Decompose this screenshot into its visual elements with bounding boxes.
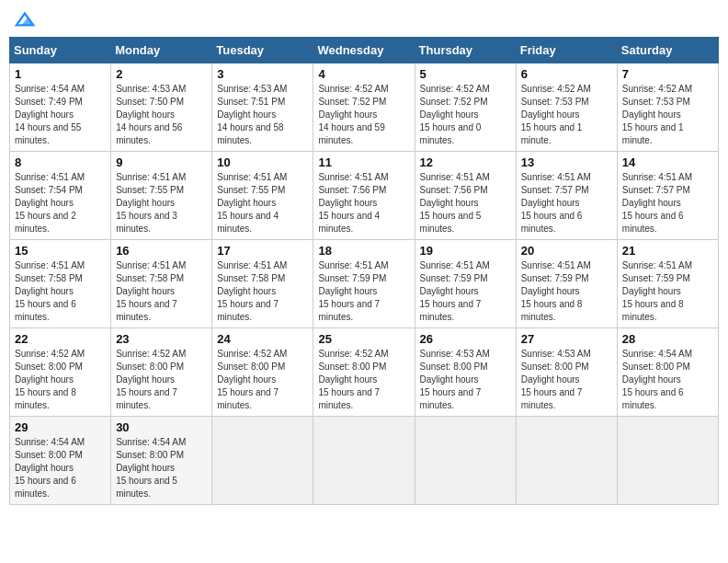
- day-number: 2: [116, 67, 207, 81]
- day-info: Sunrise: 4:52 AMSunset: 7:53 PMDaylight …: [622, 84, 692, 145]
- calendar-day-cell: 4 Sunrise: 4:52 AMSunset: 7:52 PMDayligh…: [313, 63, 415, 152]
- calendar-table: SundayMondayTuesdayWednesdayThursdayFrid…: [9, 37, 719, 505]
- calendar-day-cell: 28 Sunrise: 4:54 AMSunset: 8:00 PMDaylig…: [617, 328, 718, 417]
- calendar-day-cell: 25 Sunrise: 4:52 AMSunset: 8:00 PMDaylig…: [313, 328, 415, 417]
- day-number: 27: [521, 332, 612, 346]
- day-info: Sunrise: 4:51 AMSunset: 7:57 PMDaylight …: [622, 172, 692, 234]
- day-info: Sunrise: 4:51 AMSunset: 7:56 PMDaylight …: [318, 172, 388, 234]
- day-number: 13: [521, 155, 612, 169]
- weekday-header-friday: Friday: [516, 38, 617, 63]
- day-info: Sunrise: 4:53 AMSunset: 8:00 PMDaylight …: [420, 349, 490, 410]
- day-number: 30: [116, 420, 207, 434]
- calendar-week-row: 8 Sunrise: 4:51 AMSunset: 7:54 PMDayligh…: [10, 152, 719, 240]
- calendar-day-cell: [617, 417, 718, 505]
- day-info: Sunrise: 4:51 AMSunset: 7:59 PMDaylight …: [420, 260, 490, 322]
- calendar-day-cell: 3 Sunrise: 4:53 AMSunset: 7:51 PMDayligh…: [212, 63, 313, 152]
- day-number: 4: [318, 67, 409, 81]
- day-number: 18: [318, 244, 409, 258]
- calendar-day-cell: 6 Sunrise: 4:52 AMSunset: 7:53 PMDayligh…: [516, 63, 617, 152]
- page-header: [9, 9, 719, 29]
- calendar-day-cell: [516, 417, 617, 505]
- calendar-day-cell: 7 Sunrise: 4:52 AMSunset: 7:53 PMDayligh…: [617, 63, 718, 152]
- day-number: 10: [217, 155, 308, 169]
- day-number: 11: [318, 155, 409, 169]
- day-info: Sunrise: 4:53 AMSunset: 7:51 PMDaylight …: [217, 84, 287, 145]
- calendar-day-cell: 24 Sunrise: 4:52 AMSunset: 8:00 PMDaylig…: [212, 328, 313, 417]
- day-info: Sunrise: 4:52 AMSunset: 8:00 PMDaylight …: [15, 349, 85, 410]
- day-number: 6: [521, 67, 612, 81]
- day-number: 8: [15, 155, 106, 169]
- calendar-day-cell: 27 Sunrise: 4:53 AMSunset: 8:00 PMDaylig…: [516, 328, 617, 417]
- day-number: 19: [420, 244, 511, 258]
- day-info: Sunrise: 4:53 AMSunset: 7:50 PMDaylight …: [116, 84, 186, 145]
- calendar-day-cell: 19 Sunrise: 4:51 AMSunset: 7:59 PMDaylig…: [415, 240, 516, 328]
- day-info: Sunrise: 4:52 AMSunset: 7:52 PMDaylight …: [318, 84, 388, 145]
- calendar-day-cell: 29 Sunrise: 4:54 AMSunset: 8:00 PMDaylig…: [10, 417, 111, 505]
- calendar-day-cell: 2 Sunrise: 4:53 AMSunset: 7:50 PMDayligh…: [111, 63, 212, 152]
- day-info: Sunrise: 4:51 AMSunset: 7:57 PMDaylight …: [521, 172, 591, 234]
- day-info: Sunrise: 4:52 AMSunset: 7:52 PMDaylight …: [420, 84, 490, 145]
- weekday-header-saturday: Saturday: [617, 38, 718, 63]
- day-number: 17: [217, 244, 308, 258]
- day-number: 23: [116, 332, 207, 346]
- calendar-week-row: 29 Sunrise: 4:54 AMSunset: 8:00 PMDaylig…: [10, 417, 719, 505]
- day-info: Sunrise: 4:51 AMSunset: 7:55 PMDaylight …: [116, 172, 186, 234]
- calendar-day-cell: 9 Sunrise: 4:51 AMSunset: 7:55 PMDayligh…: [111, 152, 212, 240]
- calendar-day-cell: 22 Sunrise: 4:52 AMSunset: 8:00 PMDaylig…: [10, 328, 111, 417]
- svg-marker-1: [21, 17, 35, 25]
- calendar-day-cell: 14 Sunrise: 4:51 AMSunset: 7:57 PMDaylig…: [617, 152, 718, 240]
- weekday-header-wednesday: Wednesday: [313, 38, 415, 63]
- calendar-day-cell: 26 Sunrise: 4:53 AMSunset: 8:00 PMDaylig…: [415, 328, 516, 417]
- day-info: Sunrise: 4:51 AMSunset: 7:55 PMDaylight …: [217, 172, 287, 234]
- calendar-week-row: 15 Sunrise: 4:51 AMSunset: 7:58 PMDaylig…: [10, 240, 719, 328]
- calendar-day-cell: 8 Sunrise: 4:51 AMSunset: 7:54 PMDayligh…: [10, 152, 111, 240]
- day-number: 24: [217, 332, 308, 346]
- day-number: 15: [15, 244, 106, 258]
- calendar-day-cell: [415, 417, 516, 505]
- calendar-day-cell: 11 Sunrise: 4:51 AMSunset: 7:56 PMDaylig…: [313, 152, 415, 240]
- day-number: 1: [15, 67, 106, 81]
- calendar-day-cell: 20 Sunrise: 4:51 AMSunset: 7:59 PMDaylig…: [516, 240, 617, 328]
- day-info: Sunrise: 4:51 AMSunset: 7:59 PMDaylight …: [622, 260, 692, 322]
- calendar-header-row: SundayMondayTuesdayWednesdayThursdayFrid…: [10, 38, 719, 63]
- day-number: 9: [116, 155, 207, 169]
- weekday-header-thursday: Thursday: [415, 38, 516, 63]
- day-info: Sunrise: 4:52 AMSunset: 8:00 PMDaylight …: [318, 349, 388, 410]
- calendar-day-cell: 15 Sunrise: 4:51 AMSunset: 7:58 PMDaylig…: [10, 240, 111, 328]
- calendar-day-cell: 21 Sunrise: 4:51 AMSunset: 7:59 PMDaylig…: [617, 240, 718, 328]
- day-info: Sunrise: 4:54 AMSunset: 8:00 PMDaylight …: [116, 437, 186, 499]
- calendar-day-cell: 17 Sunrise: 4:51 AMSunset: 7:58 PMDaylig…: [212, 240, 313, 328]
- calendar-day-cell: 5 Sunrise: 4:52 AMSunset: 7:52 PMDayligh…: [415, 63, 516, 152]
- logo-icon: [15, 9, 35, 29]
- day-info: Sunrise: 4:54 AMSunset: 8:00 PMDaylight …: [622, 349, 692, 410]
- day-info: Sunrise: 4:51 AMSunset: 7:59 PMDaylight …: [521, 260, 591, 322]
- day-number: 16: [116, 244, 207, 258]
- day-info: Sunrise: 4:51 AMSunset: 7:58 PMDaylight …: [217, 260, 287, 322]
- weekday-header-monday: Monday: [111, 38, 212, 63]
- calendar-week-row: 22 Sunrise: 4:52 AMSunset: 8:00 PMDaylig…: [10, 328, 719, 417]
- day-info: Sunrise: 4:53 AMSunset: 8:00 PMDaylight …: [521, 349, 591, 410]
- day-info: Sunrise: 4:54 AMSunset: 7:49 PMDaylight …: [15, 84, 85, 145]
- day-info: Sunrise: 4:51 AMSunset: 7:54 PMDaylight …: [15, 172, 85, 234]
- calendar-day-cell: 16 Sunrise: 4:51 AMSunset: 7:58 PMDaylig…: [111, 240, 212, 328]
- calendar-day-cell: 1 Sunrise: 4:54 AMSunset: 7:49 PMDayligh…: [10, 63, 111, 152]
- day-number: 12: [420, 155, 511, 169]
- day-number: 25: [318, 332, 409, 346]
- day-info: Sunrise: 4:51 AMSunset: 7:59 PMDaylight …: [318, 260, 388, 322]
- day-info: Sunrise: 4:52 AMSunset: 8:00 PMDaylight …: [217, 349, 287, 410]
- calendar-week-row: 1 Sunrise: 4:54 AMSunset: 7:49 PMDayligh…: [10, 63, 719, 152]
- calendar-day-cell: 13 Sunrise: 4:51 AMSunset: 7:57 PMDaylig…: [516, 152, 617, 240]
- day-info: Sunrise: 4:51 AMSunset: 7:56 PMDaylight …: [420, 172, 490, 234]
- day-info: Sunrise: 4:52 AMSunset: 7:53 PMDaylight …: [521, 84, 591, 145]
- day-number: 21: [622, 244, 713, 258]
- calendar-day-cell: 12 Sunrise: 4:51 AMSunset: 7:56 PMDaylig…: [415, 152, 516, 240]
- day-number: 7: [622, 67, 713, 81]
- day-number: 22: [15, 332, 106, 346]
- day-info: Sunrise: 4:51 AMSunset: 7:58 PMDaylight …: [15, 260, 85, 322]
- day-number: 29: [15, 420, 106, 434]
- calendar-day-cell: 30 Sunrise: 4:54 AMSunset: 8:00 PMDaylig…: [111, 417, 212, 505]
- day-number: 5: [420, 67, 511, 81]
- day-number: 14: [622, 155, 713, 169]
- day-info: Sunrise: 4:54 AMSunset: 8:00 PMDaylight …: [15, 437, 85, 499]
- weekday-header-tuesday: Tuesday: [212, 38, 313, 63]
